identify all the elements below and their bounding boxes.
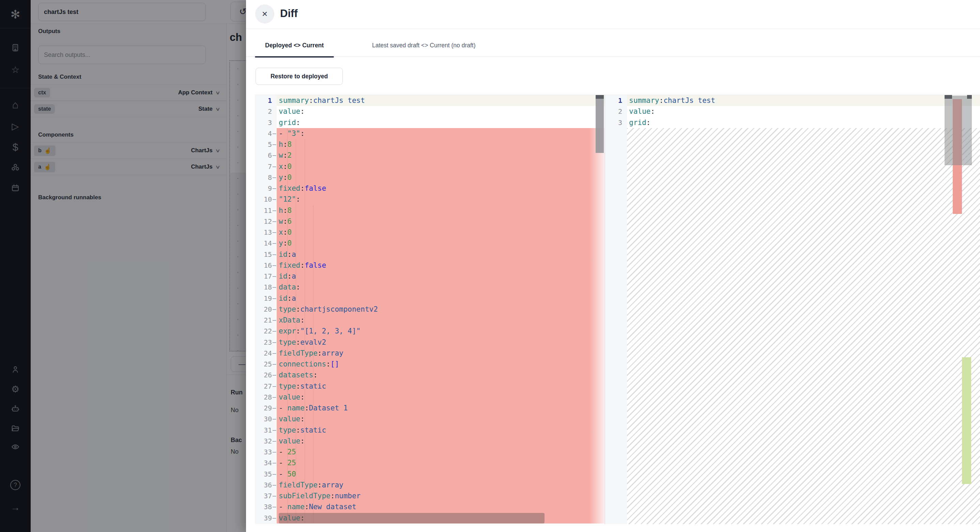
vertical-scrollbar-thumb[interactable]: [945, 96, 972, 165]
line-number: 24: [255, 349, 272, 357]
deleted-marker: −: [272, 140, 277, 149]
deleted-marker: −: [272, 239, 277, 247]
line-text: - name: Dataset 1: [277, 403, 605, 413]
line-number: 20: [255, 305, 272, 313]
code-lines: 1summary: chartJs test2value:3 grid:4− -…: [255, 95, 605, 524]
diff-line: 29− - name: Dataset 1: [255, 403, 605, 413]
line-number: 32: [255, 437, 272, 445]
tab-deployed-current[interactable]: Deployed <> Current: [255, 34, 334, 57]
line-text: id: a: [277, 271, 605, 282]
line-number: 39: [255, 514, 272, 522]
deleted-marker: −: [272, 162, 277, 171]
deleted-marker: −: [272, 371, 277, 379]
line-number: 16: [255, 261, 272, 269]
restore-to-deployed-button[interactable]: Restore to deployed: [256, 68, 343, 85]
deleted-marker: −: [272, 129, 277, 138]
line-text: - "3":: [277, 128, 605, 139]
line-text: - 50: [277, 468, 605, 480]
indent-guide: [305, 139, 305, 523]
line-number: 30: [255, 415, 272, 423]
line-text: id: a: [277, 249, 605, 260]
line-number: 9: [255, 184, 272, 192]
horizontal-scrollbar-thumb[interactable]: [279, 513, 544, 524]
vertical-scrollbar-thumb[interactable]: [596, 99, 604, 153]
line-text: x: 0: [277, 161, 605, 172]
diff-line: 15− id: a: [255, 249, 605, 260]
line-text: fixed: false: [277, 183, 605, 194]
line-text: value:: [627, 106, 980, 117]
line-number: 15: [255, 250, 272, 259]
deleted-marker: −: [272, 382, 277, 390]
diff-line: 32− value:: [255, 436, 605, 446]
diff-line: 2value:: [255, 106, 605, 117]
line-number-gutter: [605, 95, 627, 524]
header-divider: [246, 29, 980, 29]
tab-latest-draft-current[interactable]: Latest saved draft <> Current (no draft): [362, 34, 486, 57]
diff-line: 4− - "3":: [255, 128, 605, 139]
line-text: fixed: false: [277, 260, 605, 271]
overview-ruler-added-marker: [962, 357, 971, 484]
line-text: x: 0: [277, 227, 605, 238]
diff-pane-deployed[interactable]: 1summary: chartJs test2value:3 grid:4− -…: [255, 95, 605, 524]
line-number: 37: [255, 492, 272, 500]
line-text: xData:: [277, 315, 605, 326]
line-number: 29: [255, 404, 272, 412]
diff-line: 14− y: 0: [255, 238, 605, 249]
line-number: 4: [255, 129, 272, 138]
line-number: 27: [255, 382, 272, 390]
modal-backdrop[interactable]: [0, 0, 246, 532]
diff-line: 16− fixed: false: [255, 260, 605, 271]
line-text: value:: [277, 436, 605, 446]
diff-line: 22− expr: "[1, 2, 3, 4]": [255, 326, 605, 337]
modal-title: Diff: [280, 8, 298, 20]
deleted-marker: −: [272, 448, 277, 456]
deleted-marker: −: [272, 228, 277, 237]
deleted-marker: −: [272, 173, 277, 181]
diff-line: 38− - name: New dataset: [255, 501, 605, 512]
deleted-marker: −: [272, 393, 277, 401]
deleted-marker: −: [272, 503, 277, 511]
line-text: - 25: [277, 457, 605, 468]
line-text: type: chartjscomponentv2: [277, 304, 605, 315]
close-icon: ×: [262, 8, 267, 19]
diff-line: 24− fieldType: array: [255, 348, 605, 359]
line-number: 23: [255, 338, 272, 346]
diff-line: 30− value:: [255, 413, 605, 424]
line-text: type: evalv2: [277, 337, 605, 348]
deleted-marker: −: [272, 492, 277, 500]
line-number: 1: [255, 96, 272, 105]
vertical-scrollbar-top[interactable]: [596, 95, 604, 99]
line-text: connections: []: [277, 359, 605, 370]
line-number: 8: [255, 173, 272, 181]
close-button[interactable]: ×: [255, 5, 274, 24]
line-number: 26: [255, 371, 272, 379]
deleted-marker: −: [272, 217, 277, 226]
diff-editor: 1summary: chartJs test2value:3 grid:4− -…: [255, 95, 980, 524]
diff-line: 12− w: 6: [255, 216, 605, 227]
diff-line: 5− h: 8: [255, 139, 605, 150]
line-number: 2: [255, 107, 272, 116]
indent-guide: [296, 139, 296, 523]
diff-line: 10− "12":: [255, 194, 605, 205]
line-text: value:: [277, 106, 605, 117]
line-number: 13: [255, 228, 272, 237]
line-text: fieldType: array: [277, 348, 605, 359]
diff-line: 20− type: chartjscomponentv2: [255, 304, 605, 315]
line-number: 36: [255, 481, 272, 489]
diff-line: 2value:: [605, 106, 980, 117]
vertical-scrollbar-top[interactable]: [945, 95, 952, 99]
line-text: w: 2: [277, 150, 605, 161]
line-number: 19: [255, 294, 272, 302]
line-text: "12":: [277, 194, 605, 205]
diff-line: 1summary: chartJs test: [605, 95, 980, 106]
deleted-marker: −: [272, 316, 277, 324]
scroll-fade: [590, 128, 605, 524]
line-number: 33: [255, 448, 272, 456]
diff-line: 34− - 25: [255, 457, 605, 468]
diff-pane-current[interactable]: 1summary: chartJs test2value:3 grid:: [605, 95, 980, 524]
line-number: 3: [255, 119, 272, 127]
scrollbar-corner: [967, 95, 972, 99]
line-number: 1: [605, 96, 622, 105]
line-text: y: 0: [277, 172, 605, 183]
deleted-marker: −: [272, 151, 277, 159]
